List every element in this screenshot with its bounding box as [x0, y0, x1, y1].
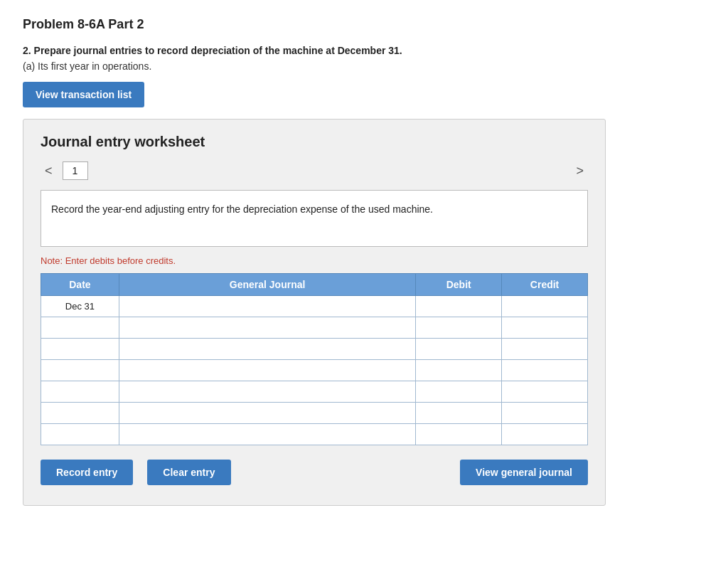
note-text: Note: Enter debits before credits. — [41, 255, 588, 266]
prev-arrow-button[interactable]: < — [41, 162, 57, 180]
journal-input[interactable] — [125, 387, 410, 398]
view-transaction-button[interactable]: View transaction list — [23, 82, 144, 107]
debit-cell[interactable] — [416, 424, 502, 445]
journal-cell[interactable] — [119, 403, 415, 424]
credit-cell[interactable] — [502, 296, 588, 317]
debit-input[interactable] — [422, 323, 496, 334]
credit-input[interactable] — [508, 408, 582, 419]
debit-input[interactable] — [422, 366, 496, 376]
col-header-journal: General Journal — [119, 274, 415, 296]
nav-row: < 1 > — [41, 161, 588, 180]
table-row: Dec 31 — [41, 296, 588, 317]
journal-input[interactable] — [125, 366, 410, 376]
debit-cell[interactable] — [416, 403, 502, 424]
debit-input[interactable] — [422, 430, 496, 440]
col-header-date: Date — [41, 274, 119, 296]
table-row — [41, 403, 588, 424]
credit-cell[interactable] — [502, 381, 588, 403]
date-cell — [41, 381, 119, 403]
debit-input[interactable] — [422, 344, 496, 355]
credit-cell[interactable] — [502, 317, 588, 339]
journal-input[interactable] — [125, 302, 410, 312]
next-arrow-button[interactable]: > — [572, 162, 588, 180]
credit-input[interactable] — [508, 387, 582, 398]
credit-cell[interactable] — [502, 360, 588, 381]
col-header-credit: Credit — [502, 274, 588, 296]
date-cell — [41, 403, 119, 424]
table-row — [41, 339, 588, 360]
credit-input[interactable] — [508, 344, 582, 355]
credit-input[interactable] — [508, 366, 582, 376]
problem-number: 2. Prepare journal entries to record dep… — [23, 45, 705, 56]
debit-cell[interactable] — [416, 317, 502, 339]
journal-cell[interactable] — [119, 339, 415, 360]
debit-input[interactable] — [422, 408, 496, 419]
credit-input[interactable] — [508, 323, 582, 334]
view-general-journal-button[interactable]: View general journal — [460, 460, 588, 485]
date-cell — [41, 339, 119, 360]
debit-cell[interactable] — [416, 296, 502, 317]
debit-cell[interactable] — [416, 339, 502, 360]
col-header-debit: Debit — [416, 274, 502, 296]
table-row — [41, 424, 588, 445]
journal-cell[interactable] — [119, 360, 415, 381]
journal-input[interactable] — [125, 344, 410, 355]
instruction-box: Record the year-end adjusting entry for … — [41, 190, 588, 247]
worksheet-title: Journal entry worksheet — [41, 134, 588, 150]
journal-cell[interactable] — [119, 381, 415, 403]
worksheet-container: Journal entry worksheet < 1 > Record the… — [23, 119, 606, 506]
debit-input[interactable] — [422, 302, 496, 312]
journal-cell[interactable] — [119, 296, 415, 317]
journal-cell[interactable] — [119, 317, 415, 339]
credit-input[interactable] — [508, 430, 582, 440]
debit-cell[interactable] — [416, 381, 502, 403]
table-row — [41, 360, 588, 381]
sub-label: (a) Its first year in operations. — [23, 60, 705, 72]
credit-cell[interactable] — [502, 403, 588, 424]
credit-input[interactable] — [508, 302, 582, 312]
debit-input[interactable] — [422, 387, 496, 398]
journal-input[interactable] — [125, 323, 410, 334]
date-cell: Dec 31 — [41, 296, 119, 317]
journal-table: Date General Journal Debit Credit Dec 31 — [41, 273, 588, 445]
journal-input[interactable] — [125, 408, 410, 419]
journal-cell[interactable] — [119, 424, 415, 445]
page-title: Problem 8-6A Part 2 — [23, 17, 705, 32]
date-cell — [41, 360, 119, 381]
journal-input[interactable] — [125, 430, 410, 440]
record-entry-button[interactable]: Record entry — [41, 460, 133, 485]
debit-cell[interactable] — [416, 360, 502, 381]
date-cell — [41, 424, 119, 445]
credit-cell[interactable] — [502, 339, 588, 360]
date-cell — [41, 317, 119, 339]
table-row — [41, 317, 588, 339]
action-buttons-row: Record entry Clear entry View general jo… — [41, 460, 588, 485]
credit-cell[interactable] — [502, 424, 588, 445]
table-row — [41, 381, 588, 403]
clear-entry-button[interactable]: Clear entry — [147, 460, 230, 485]
page-number-box: 1 — [63, 161, 88, 180]
